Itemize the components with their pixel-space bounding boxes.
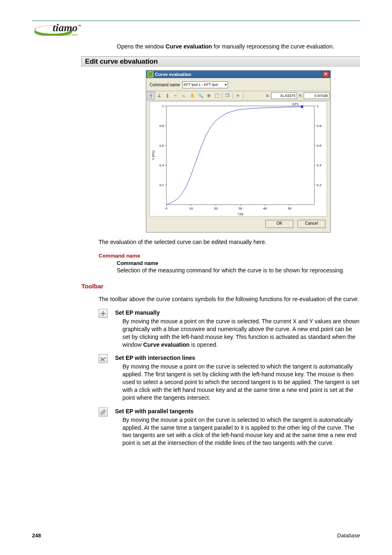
tool-body: By moving the mouse a point on the curve… — [122, 318, 360, 349]
ok-button[interactable]: OK — [265, 220, 293, 228]
x-coord-value: 31.83375 — [271, 92, 297, 99]
copy-button[interactable]: 📋 — [213, 92, 221, 99]
command-name-body: Selection of the measuring command for w… — [117, 267, 360, 274]
svg-line-43 — [101, 410, 106, 414]
svg-text:0.6: 0.6 — [159, 144, 164, 147]
plus-icon — [99, 309, 108, 318]
svg-text:0.4: 0.4 — [159, 164, 164, 167]
svg-text:10: 10 — [189, 207, 193, 210]
svg-text:EP1: EP1 — [293, 102, 299, 106]
svg-text:0.2: 0.2 — [159, 183, 164, 187]
svg-rect-37 — [301, 106, 303, 108]
intro-bold: Curve evaluation — [166, 43, 212, 50]
tool-item: Set EP with intersection linesBy moving … — [99, 354, 360, 401]
tool-5-button[interactable]: ⌙ — [180, 92, 188, 99]
intro-paragraph: Opens the window Curve evaluation for ma… — [117, 43, 360, 51]
zoom-button[interactable]: 🔍 — [196, 92, 204, 99]
intersect-icon — [99, 354, 108, 363]
svg-text:1: 1 — [162, 104, 164, 108]
logo-tm: ™ — [78, 24, 81, 28]
page-footer: 248 Database — [32, 532, 360, 539]
page-number: 248 — [32, 532, 41, 539]
x-coord-label: X: — [266, 94, 270, 98]
close-button[interactable]: ✕ — [323, 71, 329, 77]
cancel-button[interactable]: Cancel — [297, 220, 325, 228]
svg-text:0.8: 0.8 — [159, 124, 164, 128]
command-name-label: Command name — [150, 83, 180, 87]
parallel-icon — [99, 408, 108, 417]
logo-text: tiamo — [53, 22, 78, 34]
chevron-down-icon: ▾ — [225, 83, 227, 87]
svg-text:t [s]: t [s] — [238, 212, 243, 216]
command-name-subhdr: Command name — [117, 260, 360, 267]
svg-text:0.8: 0.8 — [317, 124, 322, 128]
section-heading: Edit curve ebvaluation — [81, 56, 360, 67]
screenshot-caption: The evaluation of the selected curve can… — [99, 238, 360, 246]
dialog-window: Curve evaluation ✕ Command name KFT Ipol… — [146, 70, 331, 233]
toolbar-intro: The toolbar above the curve contains sym… — [99, 295, 360, 303]
intro-pre: Opens the window — [117, 43, 166, 50]
svg-text:V [mL]: V [mL] — [151, 150, 155, 160]
command-name-hdr: Command name — [99, 253, 140, 259]
set-ep-intersect-button[interactable]: ∠ — [155, 92, 163, 99]
svg-text:0.4: 0.4 — [317, 164, 322, 167]
tool-title: Set EP with parallel tangents — [115, 408, 360, 415]
tool-body: By moving the mouse a point on the curve… — [122, 363, 360, 401]
svg-text:20: 20 — [214, 207, 218, 210]
dialog-icon — [148, 71, 153, 77]
svg-text:1: 1 — [317, 104, 319, 108]
toolbar-sep — [222, 93, 222, 99]
svg-text:50: 50 — [288, 207, 292, 210]
curve-chart[interactable]: 0.20.40.60.810.20.40.60.8101020304050t [… — [150, 101, 327, 216]
intro-post: for manually reprocessing the curve eval… — [212, 43, 334, 50]
footer-section: Database — [337, 532, 360, 539]
y-coord-value: 0.97436 — [304, 92, 330, 99]
header-rule — [32, 21, 360, 21]
toolbar-sep — [233, 93, 233, 99]
set-ep-manual-button[interactable]: ┼ — [147, 92, 155, 99]
svg-text:40: 40 — [263, 207, 267, 210]
toolbar-heading: Toolbar — [81, 283, 360, 290]
dialog-title: Curve evaluation — [155, 72, 191, 77]
list-button[interactable]: ≡ — [234, 92, 242, 99]
set-ep-parallel-button[interactable]: ∥ — [164, 92, 171, 99]
tool-title: Set EP with intersection lines — [115, 354, 360, 362]
tool-4-button[interactable]: ⌐ — [172, 92, 180, 99]
dialog-titlebar: Curve evaluation ✕ — [146, 71, 330, 78]
svg-text:0.2: 0.2 — [317, 183, 322, 187]
tool-item: Set EP with parallel tangentsBy moving t… — [99, 408, 360, 447]
svg-rect-2 — [166, 106, 314, 205]
svg-text:0: 0 — [166, 207, 168, 210]
tool-6-button[interactable]: ✋ — [188, 92, 196, 99]
zoom-in-button[interactable]: ⊕ — [205, 92, 212, 99]
tool-body: By moving the mouse a point on the curve… — [122, 416, 360, 447]
chart-toolbar: ┼ ∠ ∥ ⌐ ⌙ ✋ 🔍 ⊕ 📋 ❐ ≡ — [146, 91, 330, 101]
window-button[interactable]: ❐ — [224, 92, 231, 99]
svg-text:0.6: 0.6 — [317, 144, 322, 147]
toolbar-sep — [243, 93, 244, 99]
command-name-select[interactable]: KFT Ipol.1 - KFT Ipol ▾ — [182, 81, 228, 88]
svg-text:30: 30 — [239, 207, 242, 210]
logo: tiamo™ titration and more — [35, 23, 360, 37]
logo-subtitle: titration and more — [53, 33, 78, 36]
curve-evaluation-screenshot: Curve evaluation ✕ Command name KFT Ipol… — [146, 70, 331, 233]
y-coord-label: Y: — [299, 94, 302, 98]
command-name-value: KFT Ipol.1 - KFT Ipol — [184, 83, 218, 87]
tool-item: Set EP manuallyBy moving the mouse a poi… — [99, 309, 360, 348]
tool-title: Set EP manually — [115, 309, 360, 317]
chart-svg: 0.20.40.60.810.20.40.60.8101020304050t [… — [150, 102, 327, 216]
